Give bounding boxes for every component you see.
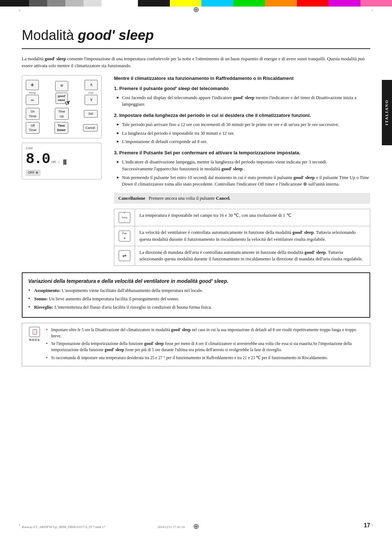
step-1-bullet-1: Così facendo sul display del telecomando…: [117, 94, 370, 108]
main-content: + Temp − ≡ good'slees ☞: [22, 75, 370, 273]
step-3: 3. Premere il Pulsante Set per confermar…: [114, 150, 370, 188]
note-icon-area: 📋 NOTA: [27, 327, 42, 362]
summary-main-line: Variazioni della temperatura e della vel…: [28, 277, 364, 285]
corner-mark-bl: ┘: [19, 524, 21, 528]
time-down-btn[interactable]: Time Down: [54, 122, 68, 134]
info-table: + Temp − La temperatura è impostabile ne…: [114, 209, 370, 266]
temp-icon-cell: + Temp −: [114, 209, 135, 226]
note-icon: 📋: [29, 327, 40, 337]
note-box: 📋 NOTA Impostare oltre le 5 ore la Disat…: [22, 323, 370, 366]
page-number: 17: [364, 521, 370, 529]
note-bullet-3: Si raccomanda di impostare una temperatu…: [46, 355, 365, 361]
step-1: 1. Premere il pulsante good' sleep del t…: [114, 85, 370, 108]
note-content: Impostare oltre le 5 ore la Disattivazio…: [46, 327, 365, 362]
compass-bottom-icon: ⊕: [193, 521, 199, 532]
step-2-bullet-3: L'impostazione di default corrisponde ad…: [117, 138, 370, 145]
top-bar-colors: [138, 0, 392, 7]
temp-col: + Temp −: [26, 80, 39, 105]
cancel-bar: Cancellazione Premere ancora una volta i…: [114, 193, 370, 204]
fan-text-cell: La velocità del ventilatore è controllat…: [135, 226, 370, 246]
page: ⊕ ┐ ┌ ┘ └ ITALIANO Modalità good' sleep …: [0, 0, 392, 536]
right-column: Mentre il climatizzatore sta funzionamen…: [114, 75, 370, 273]
summary-box: Variazioni della temperatura e della vel…: [22, 272, 370, 317]
info-row-dir: ⇌ La direzione di mandata dell'aria è co…: [114, 246, 370, 266]
temp-icon: + Temp −: [119, 212, 130, 223]
summary-bullet-1: Assopimento: L'assopimento viene facilit…: [28, 287, 364, 294]
fan-btn[interactable]: ∧: [85, 80, 98, 90]
corner-mark-br: └: [371, 524, 373, 528]
dir-text-cell: La direzione di mandata dell'aria è cont…: [135, 246, 370, 266]
icons-col: ≡ good'slees ☞: [55, 81, 68, 104]
remote-bottom-row: Off Timer Time Down Cancel: [26, 122, 98, 134]
fan-icon: Fan ∨: [119, 231, 130, 241]
step-3-bullet-1: L'indicatore di disattivazione lampeggia…: [117, 159, 370, 172]
mode-icon-btn[interactable]: ≡: [55, 81, 68, 91]
set-btn[interactable]: Set: [84, 110, 98, 117]
display-number: 8.0: [26, 152, 50, 167]
finger-icon: ☞: [63, 98, 72, 109]
remote-top-row: + Temp − ≡ good'slees ☞: [26, 80, 98, 105]
top-bar-gap: [123, 0, 138, 7]
good-sleep-btn[interactable]: good'slees ☞: [56, 93, 68, 104]
display-sub: HR ☼ ▐▌: [51, 159, 68, 165]
corner-mark-tr: ┌: [371, 8, 373, 12]
step-2: 2. Impostare della lunghezza del periodo…: [114, 112, 370, 145]
compass-top-icon: ⊕: [193, 4, 199, 15]
step-2-bullet-2: La lunghezza del periodo è impostabile t…: [117, 130, 370, 137]
cancel-btn[interactable]: Cancel: [83, 124, 98, 131]
page-title: Modalità good' sleep: [22, 25, 370, 49]
footer: Boracay ET_AR09FSFT@_IBIM_DB68-03377A_IT…: [22, 525, 185, 529]
intro-paragraph: La modalità good' sleep consente l'impos…: [22, 56, 370, 69]
display-off: OFF ⊗: [26, 170, 41, 176]
off-timer-btn[interactable]: Off Timer: [26, 122, 40, 134]
remote-mid-row: On Timer Time Up Set: [26, 108, 98, 120]
step-3-bullet-2: Non premendo il pulsante Set entro 10 se…: [117, 174, 370, 188]
left-column: + Temp − ≡ good'slees ☞: [22, 75, 105, 273]
corner-mark-tl: ┐: [19, 8, 21, 12]
time-up-btn[interactable]: Time Up: [55, 108, 69, 120]
temp-minus-btn[interactable]: −: [26, 95, 39, 105]
steps-list: 1. Premere il pulsante good' sleep del t…: [114, 85, 370, 188]
summary-bullet-2: Sonno: Un lieve aumento della temperatur…: [28, 296, 364, 302]
remote-control: + Temp − ≡ good'slees ☞: [22, 75, 102, 139]
step-2-bullet-1: Tale periodo può arrivare fino a 12 ore …: [117, 121, 370, 128]
summary-bullet-3: Risveglio: L'intermittenza del flusso d'…: [28, 304, 364, 310]
language-tab: ITALIANO: [382, 80, 392, 145]
display-panel: Cool 8.0 HR ☼ ▐▌ OFF ⊗: [22, 143, 102, 179]
top-bar-black: [0, 0, 123, 7]
section-heading: Mentre il climatizzatore sta funzionamen…: [114, 75, 370, 82]
info-row-temp: + Temp − La temperatura è impostabile ne…: [114, 209, 370, 226]
dir-icon-cell: ⇌: [114, 246, 135, 266]
fan-icon-cell: Fan ∨: [114, 226, 135, 246]
fan-col: ∧ Fan ∨: [85, 80, 98, 105]
temp-text-cell: La temperatura è impostabile nel campo t…: [135, 209, 370, 226]
note-bullet-2: Se l'impostazione della temporizzazione …: [46, 341, 365, 353]
fan-down-btn[interactable]: ∨: [85, 95, 98, 105]
direction-icon: ⇌: [119, 250, 130, 261]
info-row-fan: Fan ∨ La velocità del ventilatore è cont…: [114, 226, 370, 246]
temp-plus-btn[interactable]: +: [26, 80, 39, 90]
on-timer-btn[interactable]: On Timer: [26, 108, 40, 120]
summary-bullets: Assopimento: L'assopimento viene facilit…: [28, 287, 364, 310]
note-bullet-1: Impostare oltre le 5 ore la Disattivazio…: [46, 327, 365, 340]
